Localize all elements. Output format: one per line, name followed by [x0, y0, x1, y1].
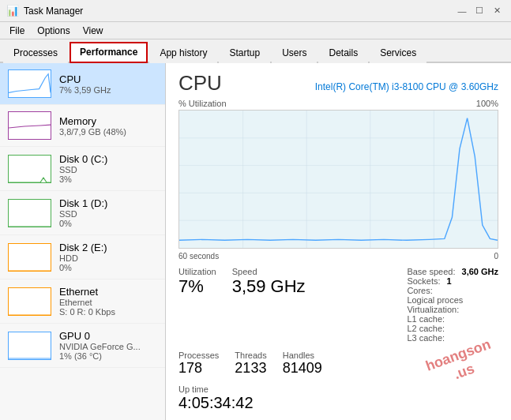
cpu-info: CPU 7% 3,59 GHz	[59, 73, 111, 95]
eth-thumb	[8, 287, 51, 316]
chart-time-labels: 60 seconds 0	[178, 252, 498, 261]
l3-row: L3 cache:	[407, 333, 498, 343]
cpu-subtitle: Intel(R) Core(TM) i3-8100 CPU @ 3.60GHz	[315, 81, 498, 92]
stat-threads: Threads 2133	[235, 351, 266, 377]
tab-users[interactable]: Users	[272, 43, 317, 63]
stat-speed: Speed 3,59 GHz	[232, 267, 306, 343]
uptime-block: Up time 4:05:34:42	[178, 384, 498, 412]
l2-row: L2 cache:	[407, 324, 498, 333]
disk0-sub2: 3%	[59, 174, 107, 184]
menu-view[interactable]: View	[77, 24, 110, 38]
handles-value: 81409	[283, 360, 322, 377]
main-panel: CPU Intel(R) Core(TM) i3-8100 CPU @ 3.60…	[166, 63, 511, 420]
menu-bar: File Options View	[0, 22, 511, 39]
cores-key: Cores:	[407, 286, 432, 295]
disk1-label: Disk 1 (D:)	[59, 197, 107, 209]
cpu-title: CPU	[178, 71, 222, 96]
l2-key: L2 cache:	[407, 324, 445, 333]
stat-handles: Handles 81409	[283, 351, 322, 377]
stats-row-2: Processes 178 Threads 2133 Handles 81409	[178, 351, 498, 377]
window-controls: — ☐ ✕	[454, 3, 505, 19]
tab-services[interactable]: Services	[370, 43, 426, 63]
close-button[interactable]: ✕	[489, 3, 505, 19]
sidebar-item-disk2[interactable]: Disk 2 (E:) HDD 0%	[0, 235, 165, 279]
app-title: Task Manager	[24, 6, 83, 17]
gpu0-sub1: NVIDIA GeForce G...	[59, 342, 141, 351]
mem-label: Memory	[59, 115, 126, 127]
handles-label: Handles	[283, 351, 322, 360]
cpu-sub: 7% 3,59 GHz	[59, 85, 111, 95]
disk2-thumb	[8, 243, 51, 272]
menu-file[interactable]: File	[3, 24, 31, 38]
virt-key: Virtualization:	[407, 305, 459, 314]
eth-info: Ethernet Ethernet S: 0 R: 0 Kbps	[59, 286, 115, 317]
logical-row: Logical proces	[407, 295, 498, 305]
title-bar: 📊 Task Manager — ☐ ✕	[0, 0, 511, 22]
eth-sub2: S: 0 R: 0 Kbps	[59, 307, 115, 317]
l3-key: L3 cache:	[407, 333, 445, 343]
l1-row: L1 cache:	[407, 314, 498, 324]
base-speed-val: 3,60 GHz	[462, 267, 498, 276]
mem-info: Memory 3,8/7,9 GB (48%)	[59, 115, 126, 137]
disk0-thumb	[8, 155, 51, 183]
stat-processes: Processes 178	[178, 351, 219, 377]
main-content: CPU 7% 3,59 GHz Memory 3,8/7,9 GB (48%)	[0, 63, 511, 420]
maximize-button[interactable]: ☐	[472, 3, 487, 19]
gpu0-info: GPU 0 NVIDIA GeForce G... 1% (36 °C)	[59, 330, 141, 361]
uptime-value: 4:05:34:42	[178, 394, 498, 412]
time-right: 0	[494, 252, 498, 261]
disk1-sub1: SSD	[59, 209, 107, 219]
speed-stat-value: 3,59 GHz	[232, 276, 306, 297]
sidebar-item-memory[interactable]: Memory 3,8/7,9 GB (48%)	[0, 105, 165, 147]
disk1-sub2: 0%	[59, 219, 107, 228]
util-label-row: % Utilization 100%	[178, 99, 498, 108]
uptime-label: Up time	[178, 384, 498, 394]
tab-processes[interactable]: Processes	[3, 43, 68, 63]
menu-options[interactable]: Options	[31, 24, 76, 38]
disk0-info: Disk 0 (C:) SSD 3%	[59, 153, 107, 184]
sidebar-item-ethernet[interactable]: Ethernet Ethernet S: 0 R: 0 Kbps	[0, 279, 165, 324]
cores-row: Cores:	[407, 286, 498, 295]
util-max: 100%	[476, 99, 498, 108]
disk2-label: Disk 2 (E:)	[59, 242, 107, 253]
gpu0-thumb	[8, 332, 51, 360]
disk0-label: Disk 0 (C:)	[59, 153, 107, 165]
sockets-key: Sockets:	[407, 276, 440, 286]
sidebar-item-disk0[interactable]: Disk 0 (C:) SSD 3%	[0, 147, 165, 191]
tab-app-history[interactable]: App history	[149, 43, 217, 63]
logical-key: Logical proces	[407, 295, 463, 305]
time-left: 60 seconds	[178, 252, 219, 261]
stat-utilization: Utilization 7%	[178, 267, 216, 343]
disk1-info: Disk 1 (D:) SSD 0%	[59, 197, 107, 228]
proc-label: Processes	[178, 351, 219, 360]
sidebar-item-disk1[interactable]: Disk 1 (D:) SSD 0%	[0, 191, 165, 235]
base-speed-key: Base speed:	[407, 267, 455, 276]
sidebar-item-cpu[interactable]: CPU 7% 3,59 GHz	[0, 63, 165, 105]
base-speed-row: Base speed: 3,60 GHz	[407, 267, 498, 276]
util-label: % Utilization	[178, 99, 227, 108]
cpu-thumb	[8, 69, 51, 98]
disk2-sub1: HDD	[59, 253, 107, 263]
gpu0-label: GPU 0	[59, 330, 141, 342]
minimize-button[interactable]: —	[454, 3, 470, 19]
tab-details[interactable]: Details	[318, 43, 368, 63]
tab-startup[interactable]: Startup	[219, 43, 270, 63]
cpu-header: CPU Intel(R) Core(TM) i3-8100 CPU @ 3.60…	[178, 71, 498, 96]
tab-performance[interactable]: Performance	[70, 42, 148, 63]
eth-label: Ethernet	[59, 286, 115, 298]
tab-bar: Processes Performance App history Startu…	[0, 39, 511, 63]
proc-value: 178	[178, 360, 219, 377]
util-stat-label: Utilization	[178, 267, 216, 276]
util-stat-value: 7%	[178, 276, 216, 297]
sidebar: CPU 7% 3,59 GHz Memory 3,8/7,9 GB (48%)	[0, 63, 166, 420]
disk1-thumb	[8, 199, 51, 227]
cpu-label: CPU	[59, 73, 111, 85]
sidebar-item-gpu0[interactable]: GPU 0 NVIDIA GeForce G... 1% (36 °C)	[0, 324, 165, 368]
title-bar-left: 📊 Task Manager	[6, 5, 83, 17]
sockets-row: Sockets: 1	[407, 276, 498, 286]
l1-key: L1 cache:	[407, 314, 445, 324]
threads-label: Threads	[235, 351, 266, 360]
threads-value: 2133	[235, 360, 266, 377]
stats-row-1: Utilization 7% Speed 3,59 GHz Base speed…	[178, 267, 498, 343]
app-icon: 📊	[6, 5, 19, 17]
